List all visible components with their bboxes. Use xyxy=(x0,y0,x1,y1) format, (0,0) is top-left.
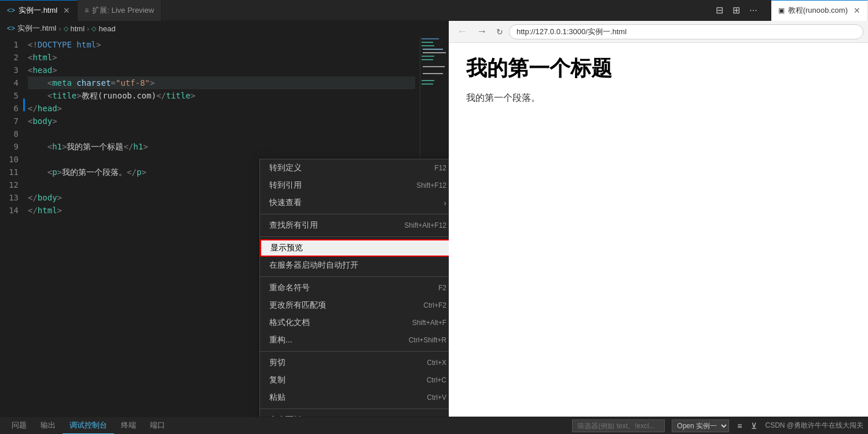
refresh-button[interactable]: ↻ xyxy=(493,26,507,38)
svg-rect-2 xyxy=(422,45,434,46)
menu-separator-3 xyxy=(260,276,449,277)
menu-shortcut-command-palette: Ctrl+Shift+P xyxy=(409,416,446,417)
breadcrumb-icon-html: ◇ xyxy=(64,25,68,32)
menu-shortcut-paste: Ctrl+V xyxy=(427,393,446,402)
menu-shortcut-cut: Ctrl+X xyxy=(427,359,446,367)
file-tab-close[interactable]: ✕ xyxy=(63,6,70,15)
breadcrumb-sep-1: › xyxy=(58,24,61,33)
context-menu: 转到定义 F12 转到引用 Shift+F12 快速查看 › 查找所有引用 Sh… xyxy=(259,159,449,417)
line-indicator xyxy=(23,99,25,111)
runoob-tab-icon: ▣ xyxy=(778,6,785,14)
code-line-3: <head> xyxy=(28,64,415,76)
svg-rect-1 xyxy=(422,42,433,43)
menu-item-paste[interactable]: 粘贴 Ctrl+V xyxy=(260,389,449,406)
svg-rect-6 xyxy=(422,59,433,60)
live-preview-tab-icon: ≡ xyxy=(85,6,89,14)
chevron-right-icon: › xyxy=(444,198,446,207)
svg-rect-0 xyxy=(422,38,439,39)
preview-pane: ← → ↻ http://127.0.0.1:3000/实例一.html 我的第… xyxy=(449,21,868,417)
menu-item-find-all-refs[interactable]: 查找所有引用 Shift+Alt+F12 xyxy=(260,217,449,234)
preview-nav-bar: ← → ↻ http://127.0.0.1:3000/实例一.html xyxy=(449,21,868,43)
forward-button[interactable]: → xyxy=(473,24,490,39)
code-line-1: <!DOCTYPE html> xyxy=(28,38,415,51)
list-icon-button[interactable]: ≡ xyxy=(736,420,743,432)
preview-heading: 我的第一个标题 xyxy=(466,54,851,83)
bottom-bar: 问题 输出 调试控制台 终端 端口 Open 实例一 ≡ ⊻ CSDN @勇敢许… xyxy=(0,417,868,434)
tab-bar-right: ⊟ ⊞ ··· xyxy=(713,3,766,17)
breadcrumb-html[interactable]: html xyxy=(71,24,85,33)
svg-rect-8 xyxy=(423,73,443,74)
menu-shortcut-goto-definition: F12 xyxy=(434,164,446,172)
code-line-9: <h1>我的第一个标题</h1> xyxy=(28,140,415,153)
tab-bar: <> 实例一.html ✕ ≡ 扩展: Live Preview ⊟ ⊞ ···… xyxy=(0,0,868,21)
menu-item-rename[interactable]: 重命名符号 F2 xyxy=(260,279,449,297)
code-line-6: </head> xyxy=(28,102,415,115)
tab-terminal[interactable]: 终端 xyxy=(114,417,143,435)
editor-content[interactable]: 12345 678910 11121314 <!DOCTYPE html> <h… xyxy=(0,36,449,417)
menu-item-format[interactable]: 格式化文档 Shift+Alt+F xyxy=(260,314,449,331)
menu-shortcut-format: Shift+Alt+F xyxy=(412,319,446,327)
menu-label-paste: 粘贴 xyxy=(269,392,285,403)
menu-item-show-preview[interactable]: 显示预览 xyxy=(260,239,449,257)
tab-debug-console[interactable]: 调试控制台 xyxy=(63,417,114,435)
back-button[interactable]: ← xyxy=(453,24,471,39)
menu-label-copy: 复制 xyxy=(269,375,285,385)
code-line-2: <html> xyxy=(28,51,415,64)
breadcrumb-icon-head: ◇ xyxy=(91,25,96,32)
menu-item-goto-reference[interactable]: 转到引用 Shift+F12 xyxy=(260,177,449,194)
filter-select[interactable]: Open 实例一 xyxy=(672,420,729,432)
breadcrumb-head[interactable]: head xyxy=(98,24,115,33)
tab-terminal-label: 终端 xyxy=(121,420,136,431)
menu-label-refactor: 重构... xyxy=(269,335,292,345)
filter-input[interactable] xyxy=(572,420,665,432)
file-tab-label: 实例一.html xyxy=(19,5,57,16)
menu-label-goto-definition: 转到定义 xyxy=(269,163,302,173)
live-preview-tab[interactable]: ≡ 扩展: Live Preview xyxy=(78,0,162,21)
bottom-tabs: 问题 输出 调试控制台 终端 端口 xyxy=(5,417,172,435)
breadcrumb-file[interactable]: 实例一.html xyxy=(17,23,56,34)
menu-label-command-palette: 命令面板... xyxy=(269,415,309,417)
breadcrumb-icon-file: <> xyxy=(7,24,15,32)
menu-item-auto-open[interactable]: 在服务器启动时自动打开 xyxy=(260,257,449,274)
code-line-4: <meta charset="utf-8"> xyxy=(28,76,415,89)
code-line-7: <body> xyxy=(28,115,415,127)
menu-item-change-all[interactable]: 更改所有匹配项 Ctrl+F2 xyxy=(260,297,449,314)
runoob-tab[interactable]: ▣ 教程(runoob.com) ✕ xyxy=(771,0,868,21)
svg-rect-9 xyxy=(422,80,434,81)
expand-icon-button[interactable]: ⊻ xyxy=(750,420,758,432)
preview-content: 我的第一个标题 我的第一个段落。 xyxy=(449,43,868,417)
menu-item-quick-view[interactable]: 快速查看 › xyxy=(260,194,449,211)
address-bar[interactable]: http://127.0.0.1:3000/实例一.html xyxy=(509,24,863,39)
menu-item-goto-definition[interactable]: 转到定义 F12 xyxy=(260,159,449,177)
menu-item-refactor[interactable]: 重构... Ctrl+Shift+R xyxy=(260,331,449,349)
tab-ports-label: 端口 xyxy=(150,420,165,431)
menu-shortcut-refactor: Ctrl+Shift+R xyxy=(409,336,446,344)
preview-paragraph: 我的第一个段落。 xyxy=(466,92,851,104)
menu-label-change-all: 更改所有匹配项 xyxy=(269,300,326,311)
menu-label-goto-reference: 转到引用 xyxy=(269,180,302,191)
svg-rect-5 xyxy=(422,56,434,57)
menu-label-quick-view: 快速查看 xyxy=(269,198,302,208)
menu-item-cut[interactable]: 剪切 Ctrl+X xyxy=(260,354,449,371)
more-actions-button[interactable]: ··· xyxy=(747,4,759,17)
runoob-tab-close[interactable]: ✕ xyxy=(854,6,860,15)
code-line-5: <title>教程(runoob.com)</title> xyxy=(28,89,415,102)
menu-item-copy[interactable]: 复制 Ctrl+C xyxy=(260,371,449,389)
menu-separator-2 xyxy=(260,236,449,237)
code-line-8 xyxy=(28,127,415,140)
live-preview-tab-label: 扩展: Live Preview xyxy=(92,5,154,16)
menu-label-format: 格式化文档 xyxy=(269,318,310,328)
split-editor-button[interactable]: ⊟ xyxy=(713,3,726,17)
runoob-tab-label: 教程(runoob.com) xyxy=(788,5,848,16)
tab-problems-label: 问题 xyxy=(12,420,27,431)
tab-output[interactable]: 输出 xyxy=(34,417,63,435)
tab-ports[interactable]: 端口 xyxy=(143,417,172,435)
menu-item-command-palette[interactable]: 命令面板... Ctrl+Shift+P xyxy=(260,411,449,417)
csdn-label: CSDN @勇敢许牛牛在线大闯关 xyxy=(765,421,863,431)
toggle-layout-button[interactable]: ⊞ xyxy=(730,3,742,17)
menu-shortcut-goto-reference: Shift+F12 xyxy=(416,181,446,189)
menu-label-find-all-refs: 查找所有引用 xyxy=(269,220,318,231)
file-tab[interactable]: <> 实例一.html ✕ xyxy=(0,0,78,21)
tab-problems[interactable]: 问题 xyxy=(5,417,34,435)
menu-separator-5 xyxy=(260,409,449,409)
